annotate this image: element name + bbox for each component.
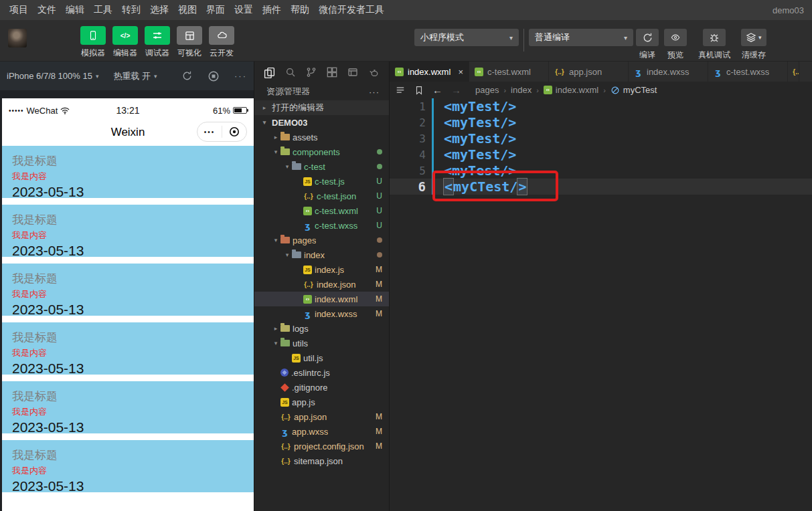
menu-item[interactable]: 设置 [234, 4, 253, 16]
tree-item-index.js[interactable]: JSindex.jsM [254, 262, 389, 277]
toolbar: 模拟器</>编辑器调试器可视化云开发 小程序模式 ▾ 普通编译 ▾ 编译预览真机… [0, 20, 812, 62]
tree-item-app.wxss[interactable]: ʒapp.wxssM [254, 424, 389, 439]
hot-reload-toggle[interactable]: 热重载 开 ▾ [113, 70, 157, 82]
list-card[interactable]: 我是标题我是内容2023-05-13 [2, 440, 254, 492]
tree-item-c-test[interactable]: ▾c-test [254, 159, 389, 174]
code-line-6[interactable]: 6<myCTest/> [390, 179, 812, 195]
tab-index.wxml[interactable]: ‹›index.wxml× [390, 62, 469, 82]
tree-item-logs[interactable]: ▸logs [254, 321, 389, 336]
tree-item-index.wxml[interactable]: ‹›index.wxmlM [254, 292, 389, 306]
编辑器-button[interactable]: </> [112, 26, 138, 45]
breadcrumb-label: myCTest [623, 85, 657, 95]
device-selector[interactable]: iPhone 6/7/8 100% 15 ▾ [7, 71, 98, 81]
menu-item[interactable]: 选择 [150, 4, 169, 16]
tree-item-c-test.wxml[interactable]: ‹›c-test.wxmlU [254, 203, 389, 218]
menu-item[interactable]: 视图 [178, 4, 197, 16]
tree-item-.gitignore[interactable]: .gitignore [254, 380, 389, 395]
code-line-2[interactable]: 2<myTest/> [390, 114, 812, 130]
list-card[interactable]: 我是标题我是内容2023-05-13 [2, 146, 254, 198]
tree-item-project.config.json[interactable]: {..}project.config.jsonM [254, 439, 389, 453]
outline-icon[interactable] [395, 86, 406, 95]
tree-item-c-test.js[interactable]: JSc-test.jsU [254, 174, 389, 189]
files-icon[interactable] [264, 67, 275, 78]
可视化-button[interactable] [177, 26, 202, 45]
more-icon[interactable]: ••• [197, 128, 222, 136]
more-icon[interactable]: ··· [234, 71, 247, 81]
package-icon[interactable] [347, 67, 358, 78]
tree-item-.eslintrc.js[interactable]: .eslintrc.js [254, 365, 389, 380]
code-line-1[interactable]: 1<myTest/> [390, 98, 812, 114]
清缓存-button[interactable]: ▾ [741, 29, 766, 46]
tree-item-assets[interactable]: ▸assets [254, 130, 389, 144]
编译-button[interactable] [636, 29, 659, 46]
menu-item[interactable]: 插件 [262, 4, 281, 16]
branch-icon[interactable] [306, 67, 317, 78]
tab-partial[interactable]: {..} [788, 62, 799, 82]
tree-item-sitemap.json[interactable]: {..}sitemap.json [254, 453, 389, 468]
back-arrow-icon[interactable]: ← [432, 84, 442, 96]
tab-c-test.wxss[interactable]: ʒc-test.wxss [708, 62, 788, 82]
code-line-3[interactable]: 3<myTest/> [390, 130, 812, 146]
真机调试-button[interactable] [703, 29, 726, 46]
breadcrumb-item-myCTest[interactable]: myCTest [611, 85, 657, 95]
search-icon[interactable] [285, 67, 296, 78]
menu-item[interactable]: 项目 [9, 4, 28, 16]
breadcrumb-item-index[interactable]: index [511, 85, 532, 95]
tree-item-index[interactable]: ▾index [254, 247, 389, 262]
close-target-icon[interactable] [222, 126, 246, 138]
tree-item-c-test.json[interactable]: {..}c-test.jsonU [254, 189, 389, 203]
wxss-file-icon: ʒ [303, 309, 312, 319]
menu-item[interactable]: 界面 [206, 4, 225, 16]
code-line-4[interactable]: 4<myTest/> [390, 146, 812, 163]
menu-item[interactable]: 工具 [94, 4, 112, 16]
compile-select-dropdown[interactable]: 普通编译 ▾ [529, 29, 633, 46]
list-card[interactable]: 我是标题我是内容2023-05-13 [2, 205, 254, 257]
mode-select-dropdown[interactable]: 小程序模式 ▾ [414, 29, 519, 46]
tree-item-[interactable]: ▸打开的编辑器 [254, 100, 389, 115]
menu-item[interactable]: 编辑 [66, 4, 84, 16]
预览-button[interactable] [664, 29, 687, 46]
code-line-5[interactable]: 5<myTest/> [390, 163, 812, 179]
teapot-icon[interactable] [368, 68, 380, 78]
tree-item-util.js[interactable]: JSutil.js [254, 350, 389, 365]
code-editor[interactable]: 1<myTest/>2<myTest/>3<myTest/>4<myTest/>… [390, 98, 812, 511]
wxml-file-icon: ‹› [475, 68, 483, 76]
breadcrumb-item-index.wxml[interactable]: ‹›index.wxml [544, 85, 598, 95]
list-card[interactable]: 我是标题我是内容2023-05-13 [2, 264, 254, 316]
tree-item-index.wxss[interactable]: ʒindex.wxssM [254, 306, 389, 321]
list-card[interactable]: 我是标题我是内容2023-05-13 [2, 322, 254, 375]
chevron-right-icon: ▸ [271, 134, 280, 140]
git-status-badge: U [376, 206, 382, 215]
more-icon[interactable]: ··· [369, 87, 386, 97]
extensions-icon[interactable] [327, 67, 337, 78]
tab-c-test.wxml[interactable]: ‹›c-test.wxml [469, 62, 549, 82]
refresh-icon[interactable] [181, 70, 193, 82]
record-icon[interactable] [208, 70, 220, 82]
tree-item-app.js[interactable]: JSapp.js [254, 395, 389, 409]
capsule-button[interactable]: ••• [197, 122, 247, 142]
close-icon[interactable]: × [458, 67, 463, 77]
tab-index.wxss[interactable]: ʒindex.wxss [629, 62, 708, 82]
tree-item-DEMO03[interactable]: ▾DEMO03 [254, 115, 389, 130]
bookmark-icon[interactable] [414, 85, 424, 96]
menu-item[interactable]: 转到 [122, 4, 141, 16]
menu-item[interactable]: 微信开发者工具 [319, 4, 384, 16]
tree-item-utils[interactable]: ▾utils [254, 336, 389, 350]
tree-item-c-test.wxss[interactable]: ʒc-test.wxssU [254, 218, 389, 233]
tree-item-index.json[interactable]: {..}index.jsonM [254, 277, 389, 292]
模拟器-button[interactable] [80, 26, 106, 45]
list-card[interactable]: 我是标题我是内容2023-05-13 [2, 381, 254, 433]
云开发-button[interactable] [209, 26, 234, 45]
tree-item-components[interactable]: ▾components [254, 144, 389, 159]
调试器-button[interactable] [145, 26, 170, 45]
tree-item-pages[interactable]: ▾pages [254, 233, 389, 247]
action-label: 预览 [667, 49, 683, 61]
menu-item[interactable]: 帮助 [291, 4, 309, 16]
menu-item[interactable]: 文件 [37, 4, 56, 16]
card-content: 我是内容 [12, 347, 254, 359]
breadcrumb-item-pages[interactable]: pages [475, 85, 499, 95]
tab-app.json[interactable]: {..}app.json [549, 62, 629, 82]
tree-item-app.json[interactable]: {..}app.jsonM [254, 409, 389, 424]
forward-arrow-icon[interactable]: → [451, 84, 461, 96]
avatar[interactable] [8, 29, 27, 47]
